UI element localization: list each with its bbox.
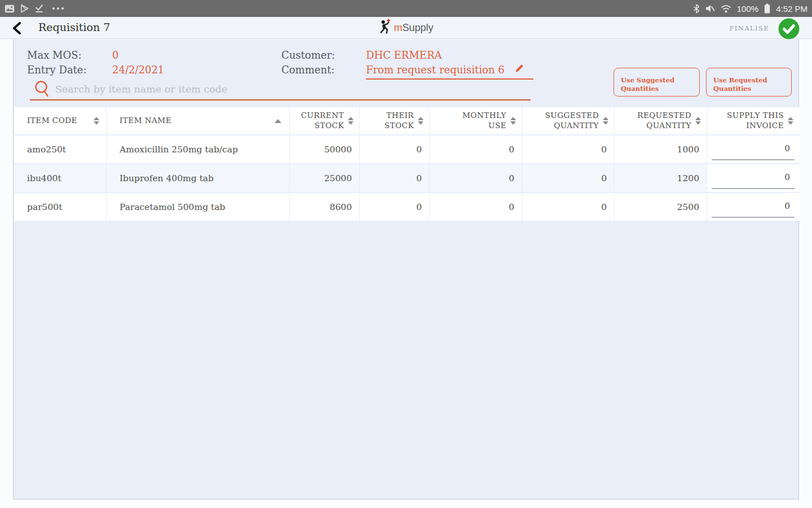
use-requested-quantities-button[interactable]: Use Requested Quantities (706, 68, 792, 97)
search-underline (30, 99, 531, 100)
app-header: Requisition 7 mSupply FINALISE (0, 17, 812, 39)
sound-muted-icon (705, 4, 715, 13)
table-row: ibu400t Ibuprofen 400mg tab 25000 0 0 0 … (14, 164, 799, 192)
msupply-runner-icon (378, 19, 391, 38)
table-header-row: ITEM CODE ITEM NAME CURRENTSTOCK THEIRST… (14, 107, 799, 134)
supply-this-invoice-cell (707, 164, 799, 192)
comment-label: Comment: (281, 63, 366, 80)
item-code-cell: amo250t (14, 135, 107, 163)
their-stock-cell: 0 (360, 164, 430, 192)
requested-quantity-cell: 1000 (615, 135, 707, 163)
customer-label: Customer: (281, 48, 366, 63)
finalise-check-button[interactable] (778, 18, 800, 40)
column-header-item-code[interactable]: ITEM CODE (14, 107, 107, 134)
wifi-icon (721, 5, 731, 13)
download-complete-icon (35, 4, 43, 13)
msupply-logo: mSupply (0, 17, 812, 39)
current-stock-cell: 8600 (290, 193, 360, 221)
item-name-cell: Paracetamol 500mg tab (107, 193, 290, 221)
requisition-card: Max MOS: 0 Entry Date: 24/2/2021 Custome… (13, 40, 799, 500)
requisition-meta-left: Max MOS: 0 Entry Date: 24/2/2021 (27, 48, 164, 77)
max-mos-label: Max MOS: (27, 48, 112, 63)
table-row: amo250t Amoxicillin 250mg tab/cap 50000 … (14, 135, 799, 163)
battery-percent-label: 100% (737, 4, 758, 14)
msupply-wordmark: mSupply (394, 22, 433, 34)
requisition-meta-right: Customer: DHC ERMERA Comment: From reque… (281, 48, 533, 80)
search-input[interactable] (55, 81, 523, 98)
battery-icon (764, 3, 770, 14)
customer-value: DHC ERMERA (366, 48, 533, 63)
requested-quantity-cell: 2500 (615, 193, 707, 221)
column-header-requested-quantity[interactable]: REQUESTEDQUANTITY (615, 107, 707, 134)
column-header-suggested-quantity[interactable]: SUGGESTEDQUANTITY (522, 107, 615, 134)
item-name-cell: Amoxicillin 250mg tab/cap (107, 135, 290, 163)
requisition-items-table: ITEM CODE ITEM NAME CURRENTSTOCK THEIRST… (14, 107, 799, 222)
search-icon (34, 80, 52, 101)
their-stock-cell: 0 (360, 193, 430, 221)
finalise-label[interactable]: FINALISE (729, 24, 769, 32)
requested-quantity-cell: 1200 (615, 164, 707, 192)
table-row: par500t Paracetamol 500mg tab 8600 0 0 0… (14, 193, 799, 221)
sort-icon (603, 117, 608, 125)
column-header-item-name[interactable]: ITEM NAME (107, 107, 290, 134)
supply-this-invoice-input[interactable] (712, 196, 795, 217)
sort-icon (94, 117, 99, 125)
supply-this-invoice-input[interactable] (712, 139, 795, 159)
sort-icon (695, 117, 701, 125)
comment-editable-field[interactable]: From request requisition 6 (366, 63, 533, 80)
edit-pencil-icon[interactable] (515, 62, 524, 77)
comment-value: From request requisition 6 (366, 64, 505, 76)
sort-icon (418, 117, 423, 125)
monthly-use-cell: 0 (430, 135, 522, 163)
sort-icon (788, 117, 793, 125)
sort-icon (348, 117, 354, 125)
suggested-quantity-cell: 0 (522, 164, 615, 192)
item-name-cell: Ibuprofen 400mg tab (107, 164, 290, 192)
supply-this-invoice-cell (707, 135, 799, 163)
entry-date-value: 24/2/2021 (112, 63, 164, 77)
max-mos-value: 0 (112, 48, 164, 63)
suggested-quantity-cell: 0 (522, 135, 615, 163)
column-header-supply-this-invoice[interactable]: SUPPLY THISINVOICE (707, 107, 799, 134)
item-code-cell: par500t (14, 193, 107, 221)
clock-label: 4:52 PM (776, 4, 807, 14)
supply-this-invoice-input[interactable] (712, 168, 795, 188)
monthly-use-cell: 0 (430, 193, 522, 221)
play-store-icon (20, 4, 29, 13)
column-header-monthly-use[interactable]: MONTHLYUSE (430, 107, 522, 134)
use-suggested-quantities-button[interactable]: Use Suggested Quantities (614, 68, 700, 97)
current-stock-cell: 25000 (290, 164, 360, 192)
monthly-use-cell: 0 (430, 164, 522, 192)
sort-icon (510, 117, 516, 125)
sort-ascending-icon (275, 119, 281, 123)
screenshot-image-icon (5, 5, 15, 13)
supply-this-invoice-cell (707, 193, 799, 221)
android-status-bar: 100% 4:52 PM (0, 0, 812, 17)
item-code-cell: ibu400t (14, 164, 107, 192)
column-header-their-stock[interactable]: THEIRSTOCK (360, 107, 430, 134)
their-stock-cell: 0 (360, 135, 430, 163)
current-stock-cell: 50000 (290, 135, 360, 163)
entry-date-label: Entry Date: (27, 63, 112, 77)
column-header-current-stock[interactable]: CURRENTSTOCK (290, 107, 360, 134)
bluetooth-icon (693, 4, 700, 14)
suggested-quantity-cell: 0 (522, 193, 615, 221)
more-notifications-icon (52, 7, 64, 10)
